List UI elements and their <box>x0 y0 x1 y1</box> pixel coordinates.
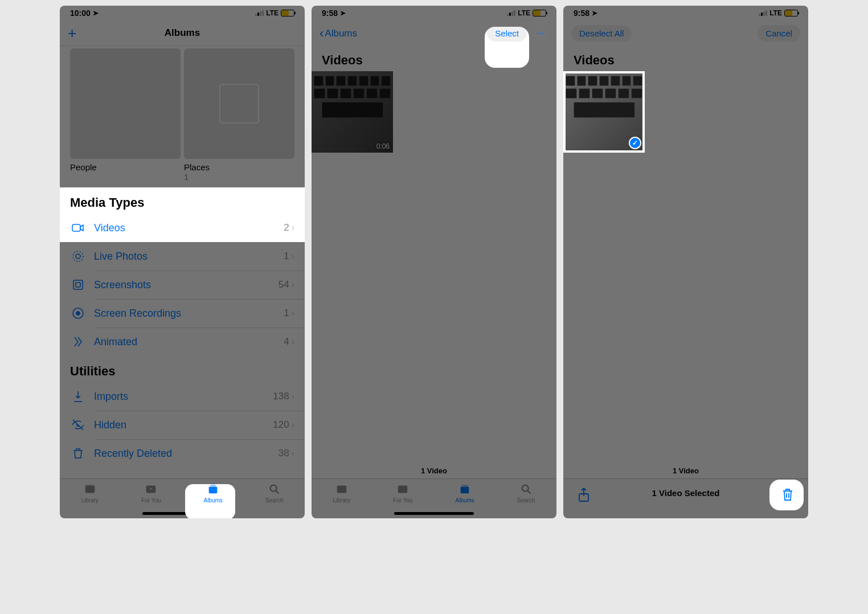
status-bar: 10:00 ➤ LTE <box>60 6 305 21</box>
tab-search[interactable]: Search <box>265 482 284 504</box>
album-people[interactable]: People <box>70 48 181 182</box>
svg-point-1 <box>76 254 80 259</box>
library-icon <box>334 482 350 496</box>
hidden-icon <box>70 417 86 433</box>
battery-icon <box>533 10 546 17</box>
back-label: Albums <box>325 28 357 39</box>
chevron-right-icon: › <box>292 448 294 459</box>
livephoto-icon <box>70 248 86 264</box>
svg-rect-10 <box>209 486 218 493</box>
video-duration: 0:06 <box>376 142 390 150</box>
media-row-livephotos[interactable]: Live Photos 1 › <box>60 242 305 271</box>
media-types-header: Media Types <box>60 187 305 214</box>
chevron-right-icon: › <box>292 308 294 318</box>
foryou-icon <box>395 482 411 496</box>
svg-rect-8 <box>86 485 93 486</box>
albums-icon <box>205 482 221 496</box>
signal-icon <box>759 10 767 16</box>
tab-for-you[interactable]: For You <box>141 482 161 504</box>
battery-icon <box>784 10 798 17</box>
nav-title: Albums <box>60 27 305 39</box>
status-bar: 9:58 ➤ LTE <box>312 6 556 21</box>
video-thumbnail-selected[interactable]: ✓ <box>563 71 645 153</box>
selected-check-icon: ✓ <box>629 137 641 149</box>
signal-icon <box>255 10 264 16</box>
svg-rect-11 <box>210 485 216 486</box>
tab-library[interactable]: Library <box>333 482 350 504</box>
chevron-right-icon: › <box>292 223 294 233</box>
svg-point-6 <box>76 312 80 315</box>
location-icon: ➤ <box>340 9 346 17</box>
nav-bar: + Albums <box>60 21 305 46</box>
tab-albums[interactable]: Albums <box>455 482 474 504</box>
deselect-all-button[interactable]: Deselect All <box>571 25 632 42</box>
svg-rect-17 <box>462 485 468 486</box>
media-row-videos[interactable]: Videos 2 › <box>60 214 305 242</box>
album-name: People <box>70 162 181 172</box>
animated-icon <box>70 334 86 350</box>
utility-row-hidden[interactable]: Hidden 120 › <box>60 411 305 439</box>
svg-rect-3 <box>73 280 83 289</box>
video-thumbnail[interactable]: 0:06 <box>312 71 393 153</box>
status-time: 9:58 <box>322 9 338 18</box>
svg-point-18 <box>522 485 528 492</box>
network-label: LTE <box>769 9 782 17</box>
battery-icon <box>281 10 294 17</box>
media-row-animated[interactable]: Animated 4 › <box>60 328 305 356</box>
foryou-icon <box>143 482 159 496</box>
search-icon <box>267 482 282 496</box>
back-button[interactable]: ‹ Albums <box>320 26 357 41</box>
albums-icon <box>457 482 473 496</box>
svg-rect-14 <box>337 486 347 493</box>
row-label: Videos <box>94 222 284 234</box>
share-button[interactable] <box>577 487 591 503</box>
trash-icon <box>70 445 86 461</box>
chevron-right-icon: › <box>292 337 294 347</box>
tab-bar: Library For You Albums Search <box>60 478 305 518</box>
add-button[interactable]: + <box>68 24 76 42</box>
svg-rect-0 <box>72 224 80 231</box>
utility-row-recently-deleted[interactable]: Recently Deleted 38 › <box>60 439 305 468</box>
chevron-left-icon: ‹ <box>320 26 324 41</box>
screenshot-icon <box>70 277 86 293</box>
chevron-right-icon: › <box>292 280 294 290</box>
library-icon <box>82 482 98 496</box>
utility-row-imports[interactable]: Imports 138 › <box>60 382 305 411</box>
imports-icon <box>70 388 86 404</box>
album-places[interactable]: Places 1 <box>184 48 294 182</box>
svg-point-2 <box>73 251 83 261</box>
home-indicator[interactable] <box>394 512 474 515</box>
select-button[interactable]: Select <box>487 25 527 42</box>
svg-rect-16 <box>461 486 469 493</box>
media-row-screenshots[interactable]: Screenshots 54 › <box>60 271 305 299</box>
tab-albums[interactable]: Albums <box>203 482 222 504</box>
album-count: 1 <box>184 172 294 182</box>
phone-screen-3: 9:58 ➤ LTE Deselect All Cancel Videos ✓ … <box>563 6 808 518</box>
svg-rect-7 <box>85 486 95 493</box>
video-icon <box>70 220 86 236</box>
location-icon: ➤ <box>93 9 99 17</box>
svg-rect-12 <box>211 484 215 485</box>
tab-library[interactable]: Library <box>81 482 99 504</box>
more-button[interactable]: ··· <box>533 26 548 42</box>
chevron-right-icon: › <box>292 391 294 402</box>
svg-point-13 <box>270 485 276 492</box>
svg-rect-15 <box>398 486 408 493</box>
video-count-label: 1 Video <box>312 463 556 478</box>
delete-button[interactable] <box>781 487 795 503</box>
tab-search[interactable]: Search <box>517 482 535 504</box>
status-time: 9:58 <box>574 9 589 18</box>
utilities-header: Utilities <box>60 356 305 382</box>
row-count: 2 <box>284 222 289 234</box>
nav-bar: Deselect All Cancel <box>563 21 808 46</box>
tab-for-you[interactable]: For You <box>393 482 412 504</box>
page-title: Videos <box>563 46 808 71</box>
album-name: Places <box>184 162 294 172</box>
network-label: LTE <box>518 9 530 17</box>
phone-screen-1: 10:00 ➤ LTE + Albums People Places 1 <box>60 6 305 518</box>
cancel-button[interactable]: Cancel <box>758 25 800 42</box>
chevron-right-icon: › <box>292 251 294 261</box>
media-row-screenrecordings[interactable]: Screen Recordings 1 › <box>60 299 305 328</box>
signal-icon <box>507 10 515 16</box>
network-label: LTE <box>266 9 279 17</box>
